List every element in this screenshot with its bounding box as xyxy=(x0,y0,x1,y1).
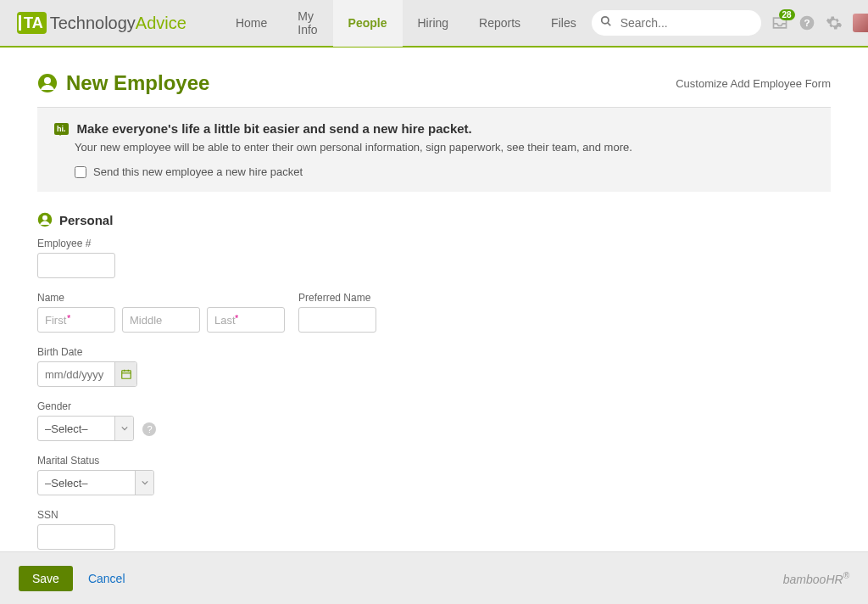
svg-line-1 xyxy=(607,23,610,26)
logo-text-1: Technology xyxy=(50,14,136,33)
preferred-name-label: Preferred Name xyxy=(298,292,376,304)
page-title: New Employee xyxy=(37,71,209,95)
user-avatar[interactable] xyxy=(853,14,868,32)
nav-home[interactable]: Home xyxy=(220,0,282,47)
save-button[interactable]: Save xyxy=(19,566,73,591)
search-input[interactable] xyxy=(592,10,761,36)
settings-gear-icon[interactable] xyxy=(826,14,843,31)
inbox-icon[interactable]: 28 xyxy=(771,14,788,31)
employee-number-label: Employee # xyxy=(37,238,831,249)
employee-number-input[interactable] xyxy=(37,253,115,278)
name-row: Name * . . * Preferred Name xyxy=(37,292,831,333)
send-packet-checkbox-row[interactable]: Send this new employee a new hire packet xyxy=(75,165,814,178)
section-personal-title: Personal xyxy=(59,213,113,227)
search-box xyxy=(592,10,761,36)
gender-select[interactable]: –Select– xyxy=(37,416,134,441)
person-icon xyxy=(37,73,58,93)
ssn-label: SSN xyxy=(37,509,831,521)
logo-text-2: Advice xyxy=(136,14,186,33)
middle-name-input[interactable] xyxy=(122,307,200,333)
nav-files[interactable]: Files xyxy=(536,0,592,47)
employee-number-row: Employee # xyxy=(37,238,831,278)
nav-hiring[interactable]: Hiring xyxy=(403,0,465,47)
cancel-button[interactable]: Cancel xyxy=(88,572,125,585)
new-hire-callout: hi. Make everyone's life a little bit ea… xyxy=(37,107,831,192)
brand-logo: TA TechnologyAdvice xyxy=(17,12,186,34)
send-packet-label: Send this new employee a new hire packet xyxy=(93,165,303,178)
marital-row: Marital Status –Select– xyxy=(37,455,831,495)
gender-row: Gender –Select– ? xyxy=(37,400,831,441)
person-icon xyxy=(37,212,53,227)
first-name-input[interactable] xyxy=(37,307,115,333)
birthdate-label: Birth Date xyxy=(37,346,831,358)
birthdate-row: Birth Date xyxy=(37,346,831,387)
nav-reports[interactable]: Reports xyxy=(464,0,536,47)
last-name-input[interactable] xyxy=(207,307,285,333)
logo-badge: TA xyxy=(17,12,47,34)
powered-by-bamboohr: bambooHR® xyxy=(783,571,849,586)
svg-point-0 xyxy=(601,17,608,24)
ssn-input[interactable] xyxy=(37,524,115,550)
marital-select[interactable]: –Select– xyxy=(37,470,154,495)
calendar-icon[interactable] xyxy=(114,362,136,386)
nav-people[interactable]: People xyxy=(333,0,403,47)
marital-value: –Select– xyxy=(45,477,88,489)
powered-text: bambooHR xyxy=(783,572,843,585)
gender-label: Gender xyxy=(37,400,831,412)
preferred-name-input[interactable] xyxy=(298,307,376,333)
footer-action-bar: Save Cancel bambooHR® xyxy=(0,551,868,604)
search-icon xyxy=(600,15,612,31)
help-icon[interactable]: ? xyxy=(798,14,815,31)
page-title-row: New Employee Customize Add Employee Form xyxy=(37,71,831,95)
nav-myinfo[interactable]: My Info xyxy=(282,0,332,47)
callout-title: Make everyone's life a little bit easier… xyxy=(77,121,472,136)
marital-label: Marital Status xyxy=(37,455,831,467)
section-personal-header: Personal xyxy=(37,212,831,227)
registered-mark: ® xyxy=(843,571,849,580)
name-label: Name xyxy=(37,292,115,304)
notification-badge: 28 xyxy=(779,9,795,20)
main-nav: Home My Info People Hiring Reports Files xyxy=(220,0,592,47)
callout-header: hi. Make everyone's life a little bit ea… xyxy=(54,121,814,136)
customize-form-link[interactable]: Customize Add Employee Form xyxy=(676,77,831,90)
send-packet-checkbox[interactable] xyxy=(75,166,86,178)
svg-rect-8 xyxy=(121,371,131,378)
svg-point-7 xyxy=(42,215,47,221)
callout-subtext: Your new employee will be able to enter … xyxy=(75,141,814,154)
svg-text:?: ? xyxy=(804,17,810,28)
svg-point-5 xyxy=(44,77,51,84)
topbar-right: 28 ? xyxy=(592,10,868,36)
gender-help-icon[interactable]: ? xyxy=(142,422,156,436)
gender-value: –Select– xyxy=(45,422,88,435)
page-title-text: New Employee xyxy=(66,71,209,95)
page-content: New Employee Customize Add Employee Form… xyxy=(0,48,868,604)
top-nav-bar: TA TechnologyAdvice Home My Info People … xyxy=(0,0,868,48)
ssn-row: SSN xyxy=(37,509,831,550)
hi-badge-icon: hi. xyxy=(54,123,69,135)
